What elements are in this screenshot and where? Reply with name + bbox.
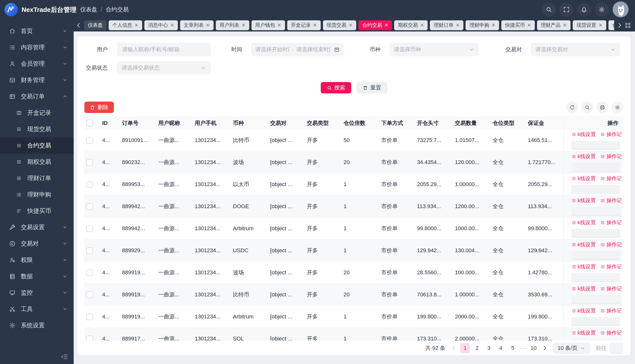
tabs-menu-grid-icon[interactable] xyxy=(624,22,631,29)
gear-icon[interactable] xyxy=(594,2,609,16)
close-icon[interactable]: ✕ xyxy=(170,23,174,28)
sidebar-collapse-icon[interactable] xyxy=(61,353,68,360)
row-checkbox[interactable] xyxy=(86,159,93,166)
user-search-input[interactable] xyxy=(122,46,206,53)
tabs-scroll-left-icon[interactable] xyxy=(75,22,82,29)
pagination-page-10[interactable]: 10 xyxy=(529,343,538,353)
row-checkbox[interactable] xyxy=(86,203,93,210)
operation-log-link[interactable]: 操作记录 xyxy=(600,329,621,336)
close-icon[interactable]: ✕ xyxy=(134,23,138,28)
pagination-page-1[interactable]: 1 xyxy=(460,343,470,353)
sidebar-item-system-settings[interactable]: 系统设置 xyxy=(0,317,74,334)
kline-settings-link[interactable]: k线设置 xyxy=(571,307,596,314)
row-checkbox[interactable] xyxy=(86,336,93,340)
coin-select[interactable]: 请选择币种 xyxy=(390,43,479,56)
pagination-page-3[interactable]: 3 xyxy=(484,343,494,353)
row-checkbox[interactable] xyxy=(86,292,93,298)
row-checkbox[interactable] xyxy=(86,247,93,254)
close-icon[interactable]: ✕ xyxy=(563,23,567,28)
kline-settings-link[interactable]: k线设置 xyxy=(571,197,596,204)
sidebar-item-orders[interactable]: 交易订单 xyxy=(0,88,74,104)
tab-wallets[interactable]: 用户钱包✕ xyxy=(251,20,285,30)
tab-contract-settings[interactable]: 合约设置✕ xyxy=(608,20,614,30)
settings-icon[interactable] xyxy=(611,101,623,113)
close-icon[interactable]: ✕ xyxy=(456,23,460,28)
tabs-scroll-right-icon[interactable] xyxy=(616,22,623,29)
sidebar-item-members[interactable]: 会员管理 xyxy=(0,56,74,72)
close-icon[interactable]: ✕ xyxy=(349,23,353,28)
pagination-page-2[interactable]: 2 xyxy=(472,343,482,353)
sidebar-item-spot[interactable]: 现货交易 xyxy=(0,121,74,137)
tab-spot[interactable]: 现货交易✕ xyxy=(323,20,357,30)
tab-contract[interactable]: 合约交易✕ xyxy=(359,20,392,30)
operation-log-link[interactable]: 操作记录 xyxy=(600,175,621,182)
sidebar-item-finance[interactable]: 财务管理 xyxy=(0,72,74,88)
tab-box-records[interactable]: 开盒记录✕ xyxy=(287,20,321,30)
row-checkbox[interactable] xyxy=(86,225,93,232)
select-all-checkbox[interactable] xyxy=(86,120,93,126)
print-icon[interactable] xyxy=(596,101,608,113)
search-table-icon[interactable] xyxy=(581,101,593,113)
sidebar-item-content[interactable]: 内容管理 xyxy=(0,39,74,56)
user-search-field[interactable] xyxy=(117,43,211,56)
tab-wealth-subscribe[interactable]: 理财申购✕ xyxy=(466,20,499,30)
tab-spot-settings[interactable]: 现货设置✕ xyxy=(573,20,606,30)
tab-dashboard[interactable]: 仪表盘 xyxy=(84,20,106,30)
row-checkbox[interactable] xyxy=(86,269,93,276)
pair-select[interactable]: 请选择交易对 xyxy=(531,43,620,56)
sidebar-item-pairs[interactable]: 交易对 xyxy=(0,236,74,252)
sidebar-item-wealth-subscribe[interactable]: 理财申购 xyxy=(0,186,74,203)
tab-wealth-products[interactable]: 理财产品✕ xyxy=(537,20,570,30)
tab-wealth-orders[interactable]: 理财订单✕ xyxy=(430,20,463,30)
tab-quick-buy[interactable]: 快捷买币✕ xyxy=(501,20,535,30)
operation-log-link[interactable]: 操作记录 xyxy=(600,153,621,160)
status-select[interactable]: 请选择交易状态 xyxy=(117,61,211,74)
sidebar-item-home[interactable]: 首页 xyxy=(0,23,74,39)
operation-log-link[interactable]: 操作记录 xyxy=(600,197,621,204)
kline-settings-link[interactable]: k线设置 xyxy=(571,175,596,182)
close-icon[interactable]: ✕ xyxy=(242,23,245,28)
close-icon[interactable]: ✕ xyxy=(313,23,317,28)
pagination-prev-icon[interactable] xyxy=(451,345,457,351)
close-icon[interactable]: ✕ xyxy=(527,23,531,28)
search-button[interactable]: 搜索 xyxy=(321,82,351,94)
close-icon[interactable]: ✕ xyxy=(277,23,281,28)
pagination-page-4[interactable]: 4 xyxy=(496,343,506,353)
time-range-field[interactable]: 请选择开始时间 - 请选择结束时间 xyxy=(251,43,344,56)
operation-log-link[interactable]: 操作记录 xyxy=(600,131,621,138)
fullscreen-icon[interactable] xyxy=(559,2,573,16)
breadcrumb-item-dashboard[interactable]: 仪表盘 xyxy=(80,6,97,14)
bell-icon[interactable] xyxy=(577,2,591,16)
tab-options[interactable]: 期权交易✕ xyxy=(394,20,428,30)
pagination-ellipsis[interactable]: ··· xyxy=(520,345,527,351)
kline-settings-link[interactable]: k线设置 xyxy=(571,263,596,270)
kline-settings-link[interactable]: k线设置 xyxy=(571,131,596,138)
close-icon[interactable]: ✕ xyxy=(420,23,424,28)
search-icon[interactable] xyxy=(542,2,556,16)
sidebar-item-wealth-orders[interactable]: 理财订单 xyxy=(0,170,74,186)
sidebar-item-options[interactable]: 期权交易 xyxy=(0,154,74,170)
operation-log-link[interactable]: 操作记录 xyxy=(600,219,621,226)
goto-page-input[interactable] xyxy=(609,342,623,354)
operation-log-link[interactable]: 操作记录 xyxy=(600,285,621,292)
tab-articles[interactable]: 文章列表✕ xyxy=(180,20,214,30)
sidebar-item-monitor[interactable]: 监控 xyxy=(0,284,74,301)
sidebar-item-contract[interactable]: 合约交易 xyxy=(0,137,74,154)
row-checkbox[interactable] xyxy=(86,137,93,144)
refresh-icon[interactable] xyxy=(566,101,578,113)
close-icon[interactable]: ✕ xyxy=(384,23,388,28)
sidebar-item-permissions[interactable]: 权限 xyxy=(0,252,74,268)
tab-profile[interactable]: 个人信息✕ xyxy=(109,20,142,30)
sidebar-item-box-records[interactable]: 开盒记录 xyxy=(0,104,74,121)
sidebar-item-trade-settings[interactable]: 交易设置 xyxy=(0,219,74,236)
operation-log-link[interactable]: 操作记录 xyxy=(600,241,621,248)
row-checkbox[interactable] xyxy=(86,314,93,320)
reset-button[interactable]: 重置 xyxy=(357,82,387,94)
pagination-next-icon[interactable] xyxy=(541,345,548,351)
close-icon[interactable]: ✕ xyxy=(491,23,495,28)
tab-users[interactable]: 用户列表✕ xyxy=(216,20,249,30)
operation-log-link[interactable]: 操作记录 xyxy=(600,263,621,270)
kline-settings-link[interactable]: k线设置 xyxy=(571,329,596,336)
page-size-select[interactable]: 10 条/页 xyxy=(553,342,590,354)
kline-settings-link[interactable]: k线设置 xyxy=(571,219,596,226)
